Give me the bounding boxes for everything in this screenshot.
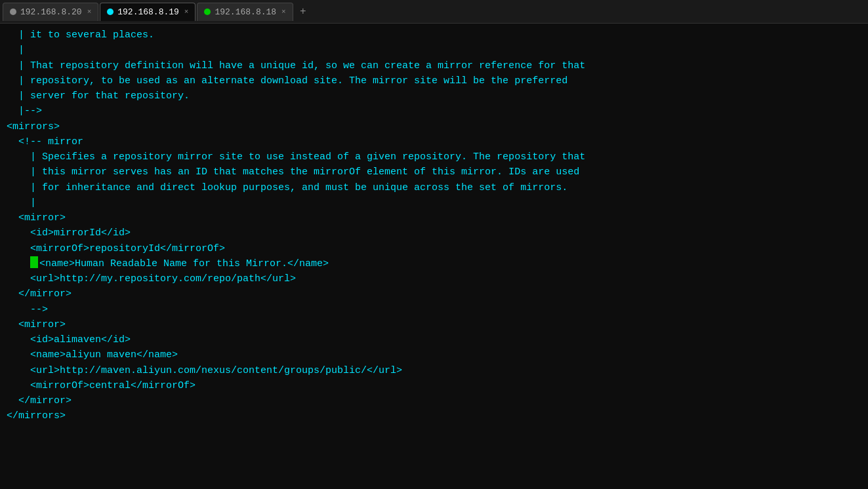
tab-1[interactable]: 192.168.8.20 × (3, 3, 98, 21)
line-text-4: | repository, to be used as an alternate… (7, 73, 568, 88)
line-text-2: | (7, 43, 24, 58)
line-text-19: --> (7, 302, 48, 317)
line-text-10: | this mirror serves has an ID that matc… (7, 165, 579, 180)
tab-3[interactable]: 192.168.8.18 × (197, 3, 293, 21)
line-text-25: </mirror> (7, 393, 72, 408)
editor-line-7: <mirrors> (7, 119, 868, 134)
editor-line-15: <mirrorOf>repositoryId</mirrorOf> (7, 241, 868, 256)
editor-line-5: | server for that repository. (7, 88, 868, 104)
editor-area[interactable]: | it to several places. | | That reposit… (0, 24, 868, 489)
line-text-20: <mirror> (7, 317, 66, 332)
line-text-8: <!-- mirror (7, 134, 83, 149)
line-text-6: |--> (7, 104, 42, 119)
editor-line-18: </mirror> (7, 286, 868, 302)
editor-line-16: <name>Human Readable Name for this Mirro… (7, 256, 868, 271)
editor-line-9: | Specifies a repository mirror site to … (7, 149, 868, 165)
editor-line-17: <url>http://my.repository.com/repo/path<… (7, 271, 868, 286)
tab-label-3: 192.168.8.18 (215, 7, 276, 17)
editor-line-4: | repository, to be used as an alternate… (7, 73, 868, 88)
editor-line-8: <!-- mirror (7, 134, 868, 149)
tab-dot-2 (107, 9, 114, 15)
editor-line-13: <mirror> (7, 210, 868, 225)
editor-line-1: | it to several places. (7, 28, 868, 43)
tab-2[interactable]: 192.168.8.19 × (100, 3, 196, 21)
tab-label-2: 192.168.8.19 (117, 7, 179, 17)
line-text-17: <url>http://my.repository.com/repo/path<… (7, 271, 296, 286)
tab-close-3[interactable]: × (281, 8, 286, 16)
line-text-11: | for inheritance and direct lookup purp… (7, 180, 568, 195)
text-cursor (30, 256, 38, 268)
editor-line-21: <id>alimaven</id> (7, 332, 868, 347)
line-text-18: </mirror> (7, 286, 72, 302)
line-text-5: | server for that repository. (7, 88, 190, 104)
editor-line-20: <mirror> (7, 317, 868, 332)
tab-dot-1 (10, 9, 16, 15)
editor-line-3: | That repository definition will have a… (7, 58, 868, 73)
line-text-21: <id>alimaven</id> (7, 332, 131, 347)
line-text-14: <id>mirrorId</id> (7, 225, 131, 241)
editor-line-19: --> (7, 302, 868, 317)
editor-line-14: <id>mirrorId</id> (7, 225, 868, 241)
tab-dot-3 (204, 9, 211, 15)
editor-line-6: |--> (7, 104, 868, 119)
line-text-26: </mirrors> (7, 408, 66, 423)
line-text-3: | That repository definition will have a… (7, 58, 585, 73)
editor-line-12: | (7, 195, 868, 210)
line-text-15: <mirrorOf>repositoryId</mirrorOf> (7, 241, 225, 256)
editor-line-23: <url>http://maven.aliyun.com/nexus/conte… (7, 363, 868, 378)
tab-add-button[interactable]: + (295, 3, 312, 20)
line-text-24: <mirrorOf>central</mirrorOf> (7, 378, 196, 393)
editor-line-10: | this mirror serves has an ID that matc… (7, 165, 868, 180)
editor-line-2: | (7, 43, 868, 58)
line-text-7: <mirrors> (7, 119, 60, 134)
line-text-9: | Specifies a repository mirror site to … (7, 149, 585, 165)
editor-line-11: | for inheritance and direct lookup purp… (7, 180, 868, 195)
line-text-12: | (7, 195, 36, 210)
editor-line-24: <mirrorOf>central</mirrorOf> (7, 378, 868, 393)
tab-bar: 192.168.8.20 × 192.168.8.19 × 192.168.8.… (0, 0, 868, 24)
editor-line-22: <name>aliyun maven</name> (7, 347, 868, 362)
line-text-22: <name>aliyun maven</name> (7, 347, 178, 362)
editor-line-26: </mirrors> (7, 408, 868, 423)
line-text-23: <url>http://maven.aliyun.com/nexus/conte… (7, 363, 402, 378)
line-text-1: | it to several places. (7, 28, 154, 43)
tab-close-1[interactable]: × (87, 8, 92, 16)
tab-label-1: 192.168.8.20 (20, 7, 82, 17)
line-text-13: <mirror> (7, 210, 66, 225)
editor-line-25: </mirror> (7, 393, 868, 408)
line-indent-16 (7, 256, 30, 271)
tab-close-2[interactable]: × (184, 8, 189, 16)
line-text-16: <name>Human Readable Name for this Mirro… (39, 256, 329, 271)
